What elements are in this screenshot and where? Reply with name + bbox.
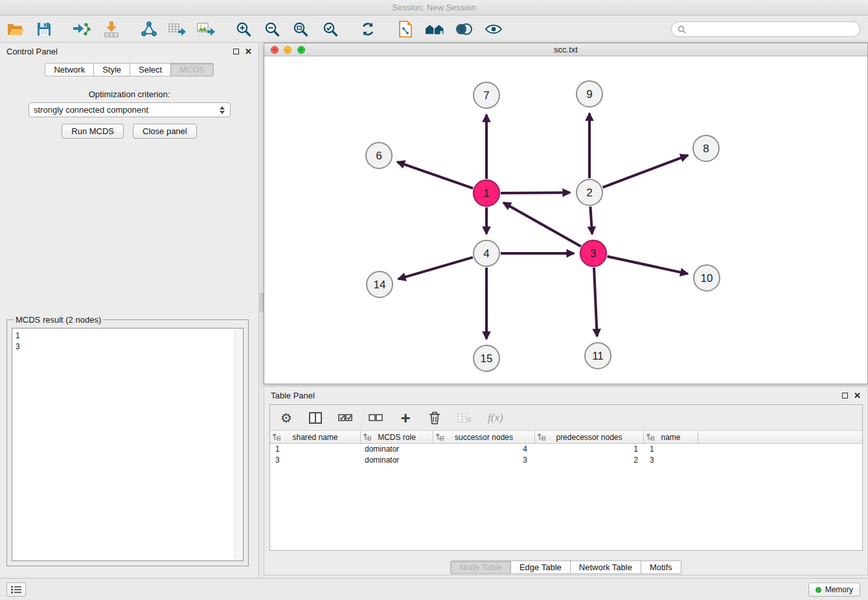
save-session-button[interactable]: [34, 19, 54, 40]
show-graphics-details-button[interactable]: [483, 19, 504, 40]
edge-4-14[interactable]: [398, 257, 473, 279]
add-column-button[interactable]: +: [399, 410, 412, 426]
zoom-fit-button[interactable]: [290, 19, 311, 40]
node-11[interactable]: 11: [585, 343, 611, 369]
table-cell[interactable]: dominator: [361, 444, 433, 455]
table-cell[interactable]: 3: [270, 455, 361, 466]
maximize-window-button[interactable]: +: [297, 46, 305, 54]
tree-icon: [646, 433, 654, 441]
deselect-all-rows-button[interactable]: [369, 410, 383, 426]
delete-column-button[interactable]: [428, 410, 441, 426]
export-table-button[interactable]: [167, 19, 188, 40]
save-floppy-icon: [36, 21, 52, 37]
node-4[interactable]: 4: [474, 240, 499, 266]
table-cell[interactable]: 4: [433, 444, 535, 455]
task-history-button[interactable]: [6, 583, 26, 597]
edge-2-3[interactable]: [590, 207, 592, 234]
network-file-icon: [398, 21, 413, 38]
network-window-title: scc.txt: [554, 45, 578, 54]
edge-3-10[interactable]: [608, 257, 688, 274]
column-header-predecessor-nodes[interactable]: predecessor nodes: [535, 431, 644, 443]
import-table-button[interactable]: [101, 19, 122, 40]
edge-3-1[interactable]: [503, 203, 581, 247]
table-cell[interactable]: dominator: [361, 455, 433, 466]
column-label: predecessor nodes: [556, 433, 622, 442]
node-label: 10: [701, 272, 713, 284]
edge-1-2[interactable]: [501, 192, 570, 193]
mcds-result-item[interactable]: 1: [16, 330, 240, 341]
column-header-successor-nodes[interactable]: successor nodes: [433, 431, 535, 443]
table-panel: Table Panel ✕ ⚙: [264, 386, 868, 575]
tab-style[interactable]: Style: [94, 63, 130, 76]
memory-status-icon: [816, 587, 821, 593]
node-8[interactable]: 8: [693, 135, 719, 161]
venn-diagram-button[interactable]: [453, 19, 474, 40]
optimization-dropdown[interactable]: strongly connected component: [29, 102, 231, 117]
table-row[interactable]: 3dominator323: [270, 455, 862, 466]
node-9[interactable]: 9: [577, 81, 602, 107]
table-cell[interactable]: 3: [433, 455, 535, 466]
node-1[interactable]: 1: [474, 180, 499, 206]
mcds-result-list[interactable]: 1 3: [12, 328, 244, 561]
trash-icon: [429, 411, 440, 424]
node-3[interactable]: 3: [580, 240, 606, 266]
float-panel-icon[interactable]: [233, 49, 239, 54]
node-label: 6: [376, 150, 382, 162]
node-2[interactable]: 2: [577, 179, 602, 205]
node-15[interactable]: 15: [474, 345, 499, 371]
home-icon: [425, 21, 446, 37]
tab-mcds[interactable]: MCDS: [171, 63, 213, 76]
close-table-panel-icon[interactable]: ✕: [854, 391, 861, 400]
table-settings-gear-icon[interactable]: ⚙: [280, 410, 293, 426]
zoom-in-button[interactable]: [233, 19, 254, 40]
memory-button[interactable]: Memory: [808, 583, 860, 597]
show-columns-button[interactable]: [309, 410, 322, 426]
table-row[interactable]: 1dominator411: [270, 444, 862, 455]
tab-edge-table[interactable]: Edge Table: [511, 560, 571, 574]
zoom-selected-button[interactable]: [320, 19, 341, 40]
close-window-button[interactable]: ×: [271, 46, 279, 54]
export-image-button[interactable]: [196, 19, 216, 40]
table-cell[interactable]: 1: [644, 444, 698, 455]
edge-1-6[interactable]: [397, 162, 473, 189]
select-all-rows-button[interactable]: [338, 410, 352, 426]
tab-node-table[interactable]: Node Table: [450, 560, 511, 574]
table-body: 1dominator4113dominator323: [270, 444, 862, 466]
zoom-out-button[interactable]: [262, 19, 282, 40]
mcds-result-item[interactable]: 3: [16, 341, 240, 352]
import-network-button[interactable]: [71, 19, 92, 40]
close-panel-button[interactable]: Close panel: [133, 124, 197, 139]
node-7[interactable]: 7: [474, 82, 499, 108]
column-header-name[interactable]: name: [644, 431, 698, 443]
edge-3-11[interactable]: [594, 268, 597, 336]
float-table-panel-icon[interactable]: [842, 393, 848, 398]
run-mcds-button[interactable]: Run MCDS: [62, 124, 124, 139]
refresh-layout-button[interactable]: [358, 19, 378, 40]
table-cell[interactable]: 2: [535, 455, 644, 466]
tab-network[interactable]: Network: [45, 63, 94, 76]
table-cell[interactable]: 3: [644, 455, 698, 466]
tab-network-table[interactable]: Network Table: [571, 560, 641, 574]
open-session-button[interactable]: [5, 19, 26, 40]
tab-motifs[interactable]: Motifs: [641, 560, 681, 574]
tab-select[interactable]: Select: [130, 63, 171, 76]
edge-2-8[interactable]: [603, 156, 688, 188]
home-views-button[interactable]: [425, 19, 446, 40]
minimize-window-button[interactable]: −: [284, 46, 291, 54]
node-label: 14: [374, 279, 386, 291]
close-panel-icon[interactable]: ✕: [245, 47, 252, 56]
column-header-mcds-role[interactable]: MCDS role: [361, 431, 433, 443]
table-cell[interactable]: 1: [270, 444, 361, 455]
node-6[interactable]: 6: [366, 143, 392, 168]
column-header-shared-name[interactable]: shared name: [270, 431, 361, 443]
node-14[interactable]: 14: [367, 271, 393, 297]
search-input[interactable]: [689, 23, 860, 36]
node-10[interactable]: 10: [694, 265, 720, 291]
result-scrollbar[interactable]: [234, 329, 243, 560]
apply-style-button[interactable]: [395, 19, 416, 40]
search-box[interactable]: [671, 21, 860, 37]
node-label: 15: [481, 352, 493, 365]
table-cell[interactable]: 1: [535, 444, 644, 455]
network-canvas[interactable]: 7968124314101511: [264, 56, 867, 384]
new-network-button[interactable]: [139, 19, 159, 40]
